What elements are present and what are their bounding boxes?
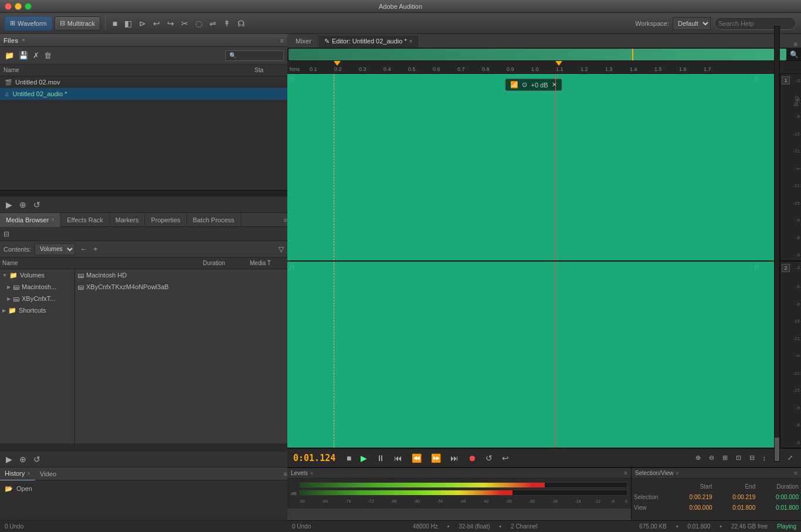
zoom-fit-btn[interactable]: ⊞	[720, 453, 730, 463]
media-tree-collapse[interactable]: ⊟	[4, 230, 9, 238]
record-btn[interactable]: ⏺	[465, 452, 479, 465]
left-panel: Files × ≡ 📁 💾 ✗ 🗑 Name Sta 🎬 Untitled 02…	[0, 34, 287, 532]
files-horizontal-scrollbar[interactable]	[0, 190, 287, 196]
scale-minus42: -42	[483, 499, 489, 503]
stop-btn[interactable]: ■	[344, 452, 354, 465]
tab-markers[interactable]: Markers	[110, 213, 145, 227]
workspace-select[interactable]: Default	[673, 17, 711, 30]
media-import-btn[interactable]: ⊕	[17, 453, 29, 465]
tab-effects-rack[interactable]: Effects Rack	[61, 213, 110, 227]
fast-forward-btn[interactable]: ⏩	[428, 452, 444, 465]
tab-properties[interactable]: Properties	[145, 213, 186, 227]
ruler-10: 1.0	[531, 66, 539, 72]
zoom-sel-btn[interactable]: ⊡	[734, 453, 744, 463]
tab-media-browser[interactable]: Media Browser ×	[0, 213, 61, 227]
zoom-in-v-btn[interactable]: ↕	[761, 453, 769, 463]
waveform-button[interactable]: ⊞ Waveform	[5, 16, 52, 31]
tool-btn-2[interactable]: ◧	[122, 18, 134, 29]
contents-select[interactable]: Volumes	[35, 243, 75, 255]
channel-2: ⊓ ⊓	[287, 262, 780, 448]
meter-bar-ch1	[299, 482, 627, 488]
zoom-full-btn[interactable]: ⤢	[785, 453, 795, 463]
go-end-btn[interactable]: ⏭	[447, 452, 461, 465]
selection-menu[interactable]: ≡	[794, 470, 797, 476]
ruler-12: 1.2	[581, 66, 588, 72]
rewind-btn[interactable]: ⏪	[409, 452, 425, 465]
go-start-btn[interactable]: ⏮	[391, 452, 405, 465]
tool-btn-10[interactable]: ☊	[235, 18, 247, 29]
editor-tab-menu[interactable]: ≡	[790, 40, 801, 48]
search-help-input[interactable]	[714, 17, 796, 30]
selection-close[interactable]: ×	[676, 470, 678, 476]
files-loop-btn[interactable]: ↺	[31, 199, 43, 211]
tree-xby[interactable]: ▶ 🖴 XByCnfxT...	[0, 293, 74, 304]
files-search-input[interactable]	[225, 50, 284, 61]
amplitude-close[interactable]: ✕	[552, 81, 557, 89]
ch2-db-9b: -9	[782, 405, 800, 411]
main-toolbar: ⊞ Waveform ⊟ Multitrack ■ ◧ ⊳ ↩ ↪ ✂ ◌ ⇌ …	[0, 13, 801, 34]
files-save-btn[interactable]: 💾	[18, 50, 29, 61]
tool-btn-8[interactable]: ⇌	[207, 18, 219, 29]
tool-btn-6[interactable]: ✂	[179, 18, 191, 29]
tree-volumes[interactable]: ▼ 📁 Volumes	[0, 269, 74, 281]
zoom-all-btn[interactable]: ⊟	[747, 453, 757, 463]
files-panel-close[interactable]: ×	[22, 37, 25, 43]
zoom-in-btn[interactable]: ⊕	[693, 453, 703, 463]
channel-2-bg	[287, 262, 780, 448]
loop-btn[interactable]: ↺	[483, 452, 495, 465]
media-play-btn[interactable]: ▶	[4, 453, 15, 465]
tab-video[interactable]: Video	[35, 467, 61, 480]
close-button[interactable]	[5, 3, 12, 10]
tab-batch-process[interactable]: Batch Process	[187, 213, 241, 227]
scale-minus48: -48	[460, 499, 466, 503]
vertical-scrollbar[interactable]	[774, 48, 780, 448]
levels-close[interactable]: ×	[310, 470, 313, 476]
maximize-button[interactable]	[25, 3, 32, 10]
tab-history[interactable]: History ×	[0, 467, 35, 480]
media-browser-tab-close[interactable]: ×	[51, 216, 55, 223]
media-add-btn[interactable]: +	[92, 243, 99, 255]
media-horizontal-scrollbar[interactable]	[0, 443, 287, 450]
play-btn[interactable]: ▶	[358, 452, 370, 465]
files-panel-menu[interactable]: ≡	[280, 37, 284, 44]
files-open-btn[interactable]: 📁	[4, 50, 15, 61]
media-item-macintosh-hd[interactable]: 🖴 Macintosh HD	[75, 269, 287, 281]
tab-editor-active[interactable]: ✎ Editor: Untitled 02_audio * ×	[318, 35, 419, 48]
vertical-scroll-thumb[interactable]	[775, 438, 779, 448]
media-item-xby[interactable]: 🖴 XByCnfxTKxzM4oNPowl3aB	[75, 281, 287, 293]
return-btn[interactable]: ↩	[499, 452, 512, 465]
tool-btn-4[interactable]: ↩	[151, 18, 162, 29]
tab-mixer[interactable]: Mixer	[290, 35, 318, 48]
tool-btn-5[interactable]: ↪	[165, 18, 177, 29]
file-item-audio[interactable]: ♫ Untitled 02_audio *	[0, 88, 287, 100]
tool-btn-3[interactable]: ⊳	[137, 18, 148, 29]
zoom-out-btn[interactable]: ⊖	[707, 453, 717, 463]
media-filter-btn[interactable]: ▽	[279, 245, 284, 253]
history-tab-close[interactable]: ×	[27, 470, 30, 477]
files-delete-btn[interactable]: 🗑	[43, 50, 53, 61]
files-list: 🎬 Untitled 02.mov ♫ Untitled 02_audio *	[0, 76, 287, 133]
media-back-btn[interactable]: ←	[79, 243, 89, 255]
tree-shortcuts[interactable]: ▶ 📁 Shortcuts	[0, 304, 74, 316]
tree-macintosh[interactable]: ▶ 🖴 Macintosh...	[0, 281, 74, 293]
bottom-section: Levels × ≡ dB -90	[287, 467, 801, 520]
file-item-video[interactable]: 🎬 Untitled 02.mov	[0, 76, 287, 88]
tool-btn-1[interactable]: ■	[110, 18, 120, 29]
overview-zoom-btn[interactable]: 🔍	[788, 49, 801, 60]
ch2-db-9: -9	[782, 301, 800, 307]
media-loop-btn[interactable]: ↺	[31, 453, 43, 465]
pause-btn[interactable]: ⏸	[374, 452, 388, 465]
tool-btn-7[interactable]: ◌	[193, 18, 205, 29]
editor-tab-close[interactable]: ×	[409, 38, 413, 45]
playhead-line	[555, 74, 556, 260]
tool-btn-9[interactable]: ↟	[221, 18, 233, 29]
files-play-btn[interactable]: ▶	[4, 199, 15, 211]
files-autoplay-btn[interactable]: ⊕	[17, 199, 29, 211]
levels-menu[interactable]: ≡	[624, 470, 627, 476]
volumes-chevron: ▼	[2, 273, 7, 278]
multitrack-button[interactable]: ⊟ Multitrack	[55, 16, 100, 31]
ruler-06: 0.6	[433, 66, 440, 72]
history-item-open[interactable]: 📂 Open	[5, 483, 283, 494]
minimize-button[interactable]	[15, 3, 22, 10]
files-close-btn[interactable]: ✗	[32, 50, 40, 61]
